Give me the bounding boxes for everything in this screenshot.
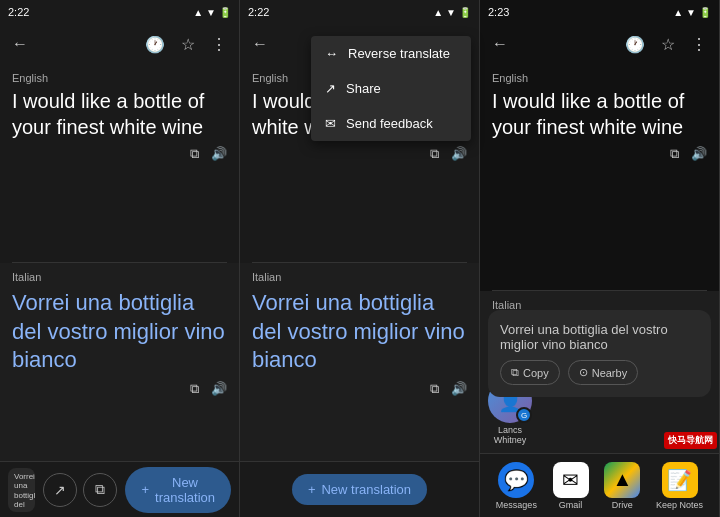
status-time-3: 2:23	[488, 6, 509, 18]
phone-screen-1: 2:22 ▲ ▼ 🔋 ← 🕐 ☆ ⋮ English I would like …	[0, 0, 240, 517]
back-icon-2[interactable]: ←	[252, 35, 268, 53]
speak-source-icon-3[interactable]: 🔊	[691, 146, 707, 162]
target-lang-2: Italian	[252, 271, 467, 283]
status-icons-2: ▲ ▼ 🔋	[433, 7, 471, 18]
copy-target-icon[interactable]: ⧉	[190, 381, 199, 397]
source-lang-3: English	[492, 72, 707, 84]
menu-item-feedback[interactable]: ✉ Send feedback	[311, 106, 471, 141]
history-icon-3[interactable]: 🕐	[625, 35, 645, 54]
toolbar-3: ← 🕐 ☆ ⋮	[480, 24, 719, 64]
watermark: 快马导航网	[664, 432, 717, 449]
toolbar-actions-1: 🕐 ☆ ⋮	[145, 35, 227, 54]
new-translation-label-1: New translation	[155, 475, 215, 505]
mini-translation-card: Vorrei una bottiglia del vostro miglior …	[8, 468, 35, 512]
speak-source-icon-2[interactable]: 🔊	[451, 146, 467, 162]
dock-app-drive[interactable]: ▲ Drive	[604, 462, 640, 510]
target-icons-2: ⧉ 🔊	[252, 381, 467, 397]
wifi-icon-3: ▼	[686, 7, 696, 18]
feedback-label: Send feedback	[346, 116, 433, 131]
new-translation-button-1[interactable]: + New translation	[125, 467, 231, 513]
target-box-1: Italian Vorrei una bottiglia del vostro …	[0, 263, 239, 461]
reverse-label: Reverse translate	[348, 46, 450, 61]
gmail-label: Gmail	[559, 500, 583, 510]
dropdown-menu: ↔ Reverse translate ↗ Share ✉ Send feedb…	[311, 36, 471, 141]
status-icons-3: ▲ ▼ 🔋	[673, 7, 711, 18]
phone-screen-2: 2:22 ▲ ▼ 🔋 ← 🕐 ☆ ⋮ ↔ Reverse translate ↗…	[240, 0, 480, 517]
target-text-2: Vorrei una bottiglia del vostro miglior …	[252, 289, 467, 375]
share-icon[interactable]: ↗	[43, 473, 77, 507]
reverse-icon: ↔	[325, 46, 338, 61]
dock-app-keep[interactable]: 📝 Keep Notes	[656, 462, 703, 510]
source-icons-1: ⧉ 🔊	[12, 146, 227, 162]
overlay-actions: ⧉ Copy ⊙ Nearby	[500, 360, 699, 385]
avatar-badge: G	[516, 407, 532, 423]
status-time-1: 2:22	[8, 6, 29, 18]
copy-button[interactable]: ⧉ Copy	[500, 360, 560, 385]
copy-target-icon-2[interactable]: ⧉	[430, 381, 439, 397]
status-bar-3: 2:23 ▲ ▼ 🔋	[480, 0, 719, 24]
new-translation-button-2[interactable]: + New translation	[292, 474, 427, 505]
status-time-2: 2:22	[248, 6, 269, 18]
share-label: Share	[346, 81, 381, 96]
drive-label: Drive	[612, 500, 633, 510]
toolbar-1: ← 🕐 ☆ ⋮	[0, 24, 239, 64]
star-icon[interactable]: ☆	[181, 35, 195, 54]
feedback-icon: ✉	[325, 116, 336, 131]
speak-target-icon-2[interactable]: 🔊	[451, 381, 467, 397]
plus-icon-2: +	[308, 482, 316, 497]
overlay-text: Vorrei una bottiglia del vostro miglior …	[500, 322, 699, 352]
wifi-icon: ▼	[206, 7, 216, 18]
copy-source-icon-2[interactable]: ⧉	[430, 146, 439, 162]
speak-source-icon[interactable]: 🔊	[211, 146, 227, 162]
clipboard-icon[interactable]: ⧉	[83, 473, 117, 507]
plus-icon-1: +	[141, 482, 149, 497]
wifi-icon-2: ▼	[446, 7, 456, 18]
source-box-1: English I would like a bottle of your fi…	[0, 64, 239, 262]
speak-target-icon[interactable]: 🔊	[211, 381, 227, 397]
signal-icon: ▲	[193, 7, 203, 18]
overlay-card: Vorrei una bottiglia del vostro miglior …	[488, 310, 711, 397]
more-icon-3[interactable]: ⋮	[691, 35, 707, 54]
phone-screen-3: 2:23 ▲ ▼ 🔋 ← 🕐 ☆ ⋮ English I would like …	[480, 0, 720, 517]
share-menu-icon: ↗	[325, 81, 336, 96]
source-lang-1: English	[12, 72, 227, 84]
keep-icon: 📝	[662, 462, 698, 498]
copy-source-icon[interactable]: ⧉	[190, 146, 199, 162]
signal-icon-2: ▲	[433, 7, 443, 18]
source-icons-2: ⧉ 🔊	[252, 146, 467, 162]
more-icon[interactable]: ⋮	[211, 35, 227, 54]
app-dock: 💬 Messages ✉ Gmail ▲ Drive 📝 Keep Notes	[480, 453, 719, 517]
gmail-icon: ✉	[553, 462, 589, 498]
status-bar-2: 2:22 ▲ ▼ 🔋	[240, 0, 479, 24]
copy-label: Copy	[523, 367, 549, 379]
nearby-icon: ⊙	[579, 366, 588, 379]
back-icon-3[interactable]: ←	[492, 35, 508, 53]
toolbar-actions-3: 🕐 ☆ ⋮	[625, 35, 707, 54]
share-icons: ↗ ⧉	[43, 473, 117, 507]
target-lang-1: Italian	[12, 271, 227, 283]
copy-source-icon-3[interactable]: ⧉	[670, 146, 679, 162]
source-icons-3: ⧉ 🔊	[492, 146, 707, 162]
copy-icon: ⧉	[511, 366, 519, 379]
battery-icon-3: 🔋	[699, 7, 711, 18]
battery-icon-2: 🔋	[459, 7, 471, 18]
target-text-1: Vorrei una bottiglia del vostro miglior …	[12, 289, 227, 375]
mini-card-text: Vorrei una bottiglia del vostro miglior …	[14, 472, 35, 512]
history-icon[interactable]: 🕐	[145, 35, 165, 54]
menu-item-share[interactable]: ↗ Share	[311, 71, 471, 106]
menu-item-reverse[interactable]: ↔ Reverse translate	[311, 36, 471, 71]
status-icons-1: ▲ ▼ 🔋	[193, 7, 231, 18]
dock-app-messages[interactable]: 💬 Messages	[496, 462, 537, 510]
messages-icon: 💬	[498, 462, 534, 498]
keep-label: Keep Notes	[656, 500, 703, 510]
back-icon[interactable]: ←	[12, 35, 28, 53]
battery-icon: 🔋	[219, 7, 231, 18]
target-icons-1: ⧉ 🔊	[12, 381, 227, 397]
dock-app-gmail[interactable]: ✉ Gmail	[553, 462, 589, 510]
nearby-button[interactable]: ⊙ Nearby	[568, 360, 638, 385]
star-icon-3[interactable]: ☆	[661, 35, 675, 54]
new-translation-label-2: New translation	[321, 482, 411, 497]
target-box-2: Italian Vorrei una bottiglia del vostro …	[240, 263, 479, 461]
messages-label: Messages	[496, 500, 537, 510]
status-bar-1: 2:22 ▲ ▼ 🔋	[0, 0, 239, 24]
